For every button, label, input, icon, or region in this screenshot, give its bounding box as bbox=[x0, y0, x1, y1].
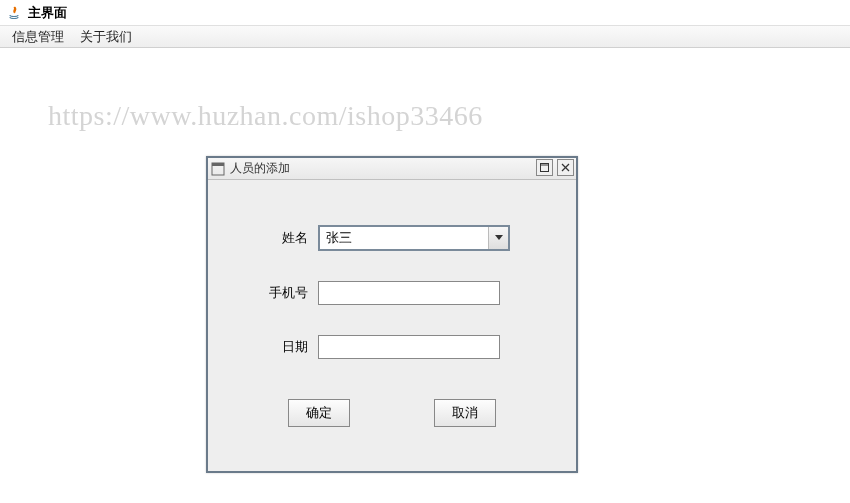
button-row: 确定 取消 bbox=[228, 399, 556, 427]
content-area: https://www.huzhan.com/ishop33466 人员的添加 bbox=[0, 48, 850, 503]
cancel-button[interactable]: 取消 bbox=[434, 399, 496, 427]
dialog-controls bbox=[536, 159, 574, 176]
watermark-text: https://www.huzhan.com/ishop33466 bbox=[48, 100, 483, 132]
main-title: 主界面 bbox=[28, 4, 67, 22]
dialog-titlebar[interactable]: 人员的添加 bbox=[208, 158, 576, 180]
maximize-icon bbox=[540, 163, 549, 172]
row-phone: 手机号 bbox=[228, 281, 556, 305]
add-person-dialog: 人员的添加 姓名 bbox=[206, 156, 578, 473]
date-field[interactable] bbox=[318, 335, 500, 359]
close-icon bbox=[561, 163, 570, 172]
java-icon bbox=[6, 5, 22, 21]
svg-rect-1 bbox=[212, 163, 224, 166]
row-name: 姓名 张三 bbox=[228, 225, 556, 251]
dialog-frame-icon bbox=[211, 162, 225, 176]
label-name: 姓名 bbox=[228, 229, 308, 247]
menu-info-manage[interactable]: 信息管理 bbox=[4, 26, 72, 48]
maximize-button[interactable] bbox=[536, 159, 553, 176]
row-date: 日期 bbox=[228, 335, 556, 359]
close-button[interactable] bbox=[557, 159, 574, 176]
main-titlebar: 主界面 bbox=[0, 0, 850, 26]
ok-button[interactable]: 确定 bbox=[288, 399, 350, 427]
combo-dropdown-button[interactable] bbox=[488, 227, 508, 249]
chevron-down-icon bbox=[495, 235, 503, 240]
menu-about[interactable]: 关于我们 bbox=[72, 26, 140, 48]
phone-field[interactable] bbox=[318, 281, 500, 305]
dialog-title: 人员的添加 bbox=[230, 160, 290, 177]
label-date: 日期 bbox=[228, 338, 308, 356]
name-combobox-value: 张三 bbox=[320, 229, 488, 247]
menubar: 信息管理 关于我们 bbox=[0, 26, 850, 48]
dialog-body: 姓名 张三 手机号 日期 确定 bbox=[208, 180, 576, 471]
name-combobox[interactable]: 张三 bbox=[318, 225, 510, 251]
label-phone: 手机号 bbox=[228, 284, 308, 302]
